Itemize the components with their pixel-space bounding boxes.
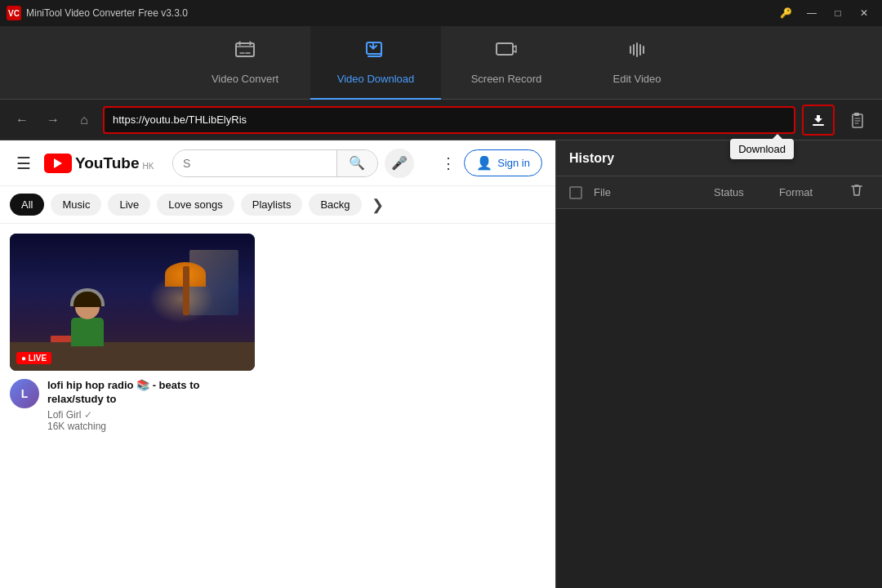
history-col-check (569, 186, 594, 199)
history-col-status: Status (714, 186, 779, 198)
sign-in-label: Sign in (497, 157, 530, 169)
verified-icon: ✓ (84, 409, 92, 421)
category-playlists[interactable]: Playlists (241, 194, 303, 216)
browser-toolbar: ← → ⌂ Download (0, 100, 882, 140)
video-text: lofi hip hop radio 📚 - beats to relax/st… (47, 379, 255, 432)
forward-button[interactable]: → (41, 108, 65, 132)
history-title: History (569, 151, 614, 166)
youtube-menu-button[interactable]: ☰ (13, 150, 34, 176)
category-next-button[interactable]: ❯ (368, 193, 387, 217)
svg-rect-5 (854, 113, 859, 116)
youtube-logo-icon (44, 154, 72, 173)
home-button[interactable]: ⌂ (72, 108, 96, 132)
youtube-logo[interactable]: YouTube HK (44, 154, 154, 173)
svg-rect-3 (813, 124, 824, 126)
video-info: L lofi hip hop radio 📚 - beats to relax/… (10, 379, 255, 432)
category-all[interactable]: All (10, 194, 44, 216)
youtube-logo-text: YouTube (75, 154, 139, 172)
main-content: ☰ YouTube HK 🔍 🎤 ⋮ 👤 Sign in (0, 140, 882, 588)
youtube-content: ● LIVE L lofi hip hop radio 📚 - beats to… (0, 224, 555, 442)
screen-record-icon (495, 38, 518, 66)
youtube-more-button[interactable]: ⋮ (441, 154, 456, 172)
video-title: lofi hip hop radio 📚 - beats to relax/st… (47, 379, 255, 407)
youtube-mic-button[interactable]: 🎤 (385, 149, 414, 178)
close-button[interactable]: ✕ (853, 5, 875, 21)
channel-name: Lofi Girl (47, 409, 81, 421)
minimize-button[interactable]: — (800, 5, 823, 21)
edit-video-icon (626, 38, 648, 66)
youtube-search-input[interactable] (173, 149, 336, 177)
history-content (556, 209, 882, 588)
video-download-icon (364, 38, 387, 66)
category-music[interactable]: Music (51, 194, 101, 216)
app-logo: VC (7, 6, 21, 20)
youtube-search-area: 🔍 🎤 (172, 149, 414, 178)
category-backg[interactable]: Backg (309, 194, 361, 216)
key-button[interactable]: 🔑 (774, 5, 797, 21)
history-panel: History File Status Format (555, 140, 882, 588)
tab-video-download[interactable]: Video Download (310, 26, 441, 100)
channel-avatar[interactable]: L (10, 379, 39, 408)
tab-video-convert[interactable]: Video Convert (180, 26, 310, 100)
history-select-all-checkbox[interactable] (569, 186, 582, 199)
app-title: MiniTool Video Converter Free v3.3.0 (26, 7, 188, 19)
video-channel: Lofi Girl ✓ (47, 409, 255, 421)
youtube-country: HK (142, 162, 154, 171)
history-header: History (556, 140, 882, 176)
video-convert-icon (234, 38, 256, 66)
sign-in-icon: 👤 (476, 155, 492, 171)
titlebar-controls: 🔑 — □ ✕ (774, 5, 875, 21)
back-button[interactable]: ← (10, 108, 34, 132)
svg-rect-2 (497, 43, 513, 55)
youtube-header: ☰ YouTube HK 🔍 🎤 ⋮ 👤 Sign in (0, 140, 555, 186)
tab-screen-record-label: Screen Record (471, 73, 542, 85)
history-columns: File Status Format (556, 176, 882, 209)
youtube-search-container: 🔍 (172, 149, 378, 177)
history-col-file: File (594, 186, 714, 198)
tab-edit-video[interactable]: Edit Video (572, 26, 702, 100)
category-live[interactable]: Live (108, 194, 150, 216)
maximize-button[interactable]: □ (826, 5, 849, 21)
browser-area: ☰ YouTube HK 🔍 🎤 ⋮ 👤 Sign in (0, 140, 555, 588)
titlebar-left: VC MiniTool Video Converter Free v3.3.0 (7, 6, 188, 20)
youtube-search-button[interactable]: 🔍 (336, 149, 377, 177)
tab-video-convert-label: Video Convert (212, 73, 278, 85)
history-col-format: Format (779, 186, 844, 198)
url-input[interactable] (103, 106, 795, 134)
youtube-categories: All Music Live Love songs Playlists Back… (0, 186, 555, 224)
tab-edit-video-label: Edit Video (612, 73, 661, 85)
video-thumbnail: ● LIVE (10, 234, 255, 371)
download-button[interactable] (802, 105, 835, 136)
video-meta: 16K watching (47, 421, 255, 432)
char-body (71, 318, 104, 346)
tab-screen-record[interactable]: Screen Record (441, 26, 572, 100)
delete-all-button[interactable] (849, 183, 864, 202)
youtube-right-controls: ⋮ 👤 Sign in (441, 149, 542, 176)
category-love-songs[interactable]: Love songs (157, 194, 234, 216)
char-head (75, 295, 100, 319)
youtube-sign-in-button[interactable]: 👤 Sign in (464, 149, 542, 176)
history-col-delete (844, 183, 869, 202)
clipboard-button[interactable] (841, 105, 872, 136)
nav-tabs: Video Convert Video Download Screen Reco… (0, 26, 882, 100)
titlebar: VC MiniTool Video Converter Free v3.3.0 … (0, 0, 882, 26)
toolbar-container: Download (802, 105, 835, 136)
live-badge: ● LIVE (16, 352, 51, 364)
svg-rect-0 (236, 43, 254, 56)
tab-video-download-label: Video Download (337, 73, 414, 85)
character (75, 295, 104, 346)
download-tooltip: Download (730, 139, 794, 159)
video-card[interactable]: ● LIVE L lofi hip hop radio 📚 - beats to… (10, 234, 255, 432)
desk-lamp (183, 266, 189, 315)
